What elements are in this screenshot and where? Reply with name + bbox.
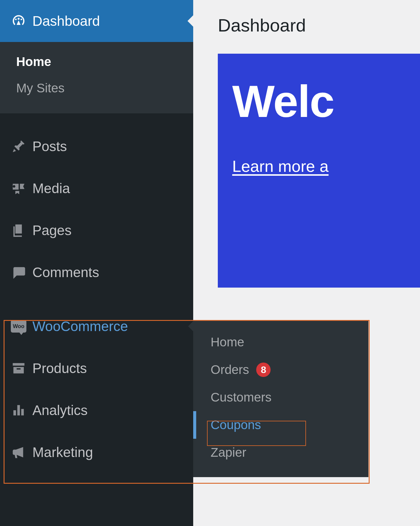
sidebar-item-label: Products (32, 360, 87, 376)
sidebar-item-label: Comments (32, 264, 99, 280)
woocommerce-flyout: Home Orders 8 Customers Coupons Zapier (193, 320, 368, 477)
pin-icon (11, 139, 32, 154)
sidebar-item-label: Marketing (32, 444, 93, 460)
flyout-item-home[interactable]: Home (193, 328, 368, 356)
sidebar-item-woocommerce[interactable]: Woo WooCommerce (0, 305, 193, 347)
flyout-item-label: Zapier (211, 445, 246, 460)
sidebar-item-media[interactable]: Media (0, 167, 193, 209)
flyout-item-label: Customers (211, 390, 272, 405)
sidebar-item-dashboard[interactable]: Dashboard (0, 0, 193, 42)
comment-icon (11, 264, 32, 280)
sidebar-item-label: Dashboard (32, 13, 100, 29)
flyout-item-customers[interactable]: Customers (193, 384, 368, 411)
flyout-item-coupons[interactable]: Coupons (193, 411, 368, 439)
sidebar-item-marketing[interactable]: Marketing (0, 431, 193, 473)
analytics-icon (11, 402, 32, 418)
sidebar-item-label: Posts (32, 138, 67, 154)
archive-icon (11, 360, 32, 376)
sidebar-item-label: WooCommerce (32, 318, 128, 334)
submenu-item-home[interactable]: Home (16, 49, 193, 75)
flyout-item-label: Coupons (211, 418, 261, 432)
flyout-item-label: Orders (211, 363, 249, 377)
sidebar-item-pages[interactable]: Pages (0, 209, 193, 251)
sidebar-item-comments[interactable]: Comments (0, 251, 193, 293)
orders-count-badge: 8 (256, 363, 271, 377)
woo-logo: Woo (11, 320, 26, 333)
dashboard-icon (11, 13, 32, 29)
flyout-item-orders[interactable]: Orders 8 (193, 356, 368, 384)
woo-icon: Woo (11, 320, 32, 333)
sidebar-item-analytics[interactable]: Analytics (0, 389, 193, 431)
page-title: Dashboard (193, 0, 420, 54)
sidebar-item-label: Analytics (32, 402, 88, 418)
welcome-heading: Welc (232, 79, 420, 124)
welcome-panel: Welc Learn more a (218, 54, 420, 288)
sidebar-item-products[interactable]: Products (0, 347, 193, 389)
dashboard-submenu: Home My Sites (0, 42, 193, 113)
sidebar-item-posts[interactable]: Posts (0, 125, 193, 167)
submenu-item-my-sites[interactable]: My Sites (16, 75, 193, 101)
learn-more-link[interactable]: Learn more a (232, 157, 328, 175)
sidebar-item-label: Media (32, 180, 70, 196)
flyout-item-label: Home (211, 335, 244, 349)
admin-sidebar: Dashboard Home My Sites Posts Media Page… (0, 0, 193, 526)
pages-icon (11, 223, 32, 238)
megaphone-icon (11, 444, 32, 460)
flyout-item-zapier[interactable]: Zapier (193, 439, 368, 466)
sidebar-item-label: Pages (32, 222, 71, 238)
media-icon (11, 181, 32, 196)
